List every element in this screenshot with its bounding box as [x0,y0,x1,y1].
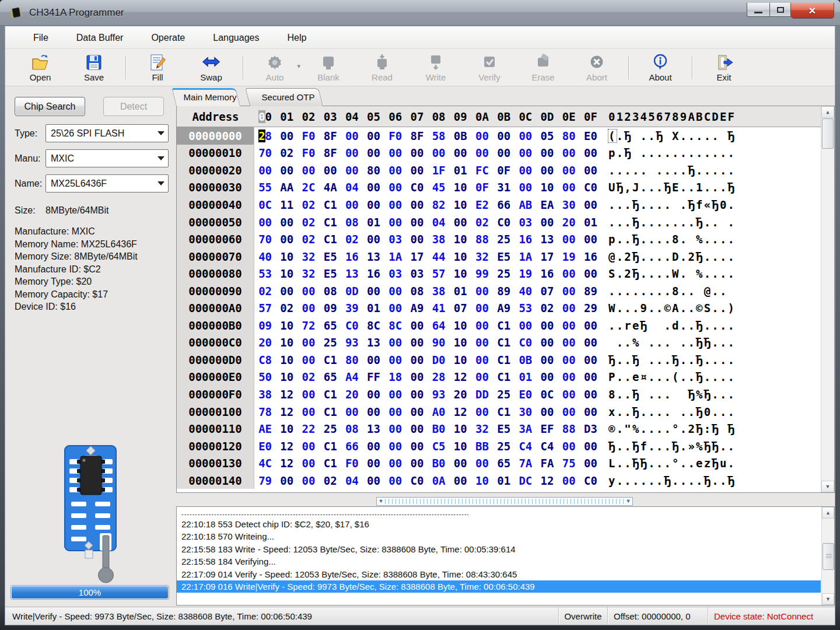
hex-byte[interactable]: 00 [276,164,298,177]
hex-byte[interactable]: 28 [428,370,450,383]
hex-byte[interactable]: 00 [580,164,601,177]
hex-byte[interactable]: 66 [341,440,363,453]
ascii-text[interactable]: ®."%....°.2Ђ:Ђ Ђ [608,422,736,435]
hex-byte[interactable]: 00 [384,216,406,229]
hex-address[interactable]: 00000140 [177,472,254,489]
hex-byte[interactable]: 00 [384,164,406,177]
hex-byte[interactable]: C5 [428,440,450,453]
hex-byte[interactable]: 55 [254,181,276,194]
hex-byte[interactable]: 88 [558,422,580,435]
hex-byte[interactable]: 00 [536,319,558,332]
hex-byte[interactable]: 00 [363,388,384,401]
hex-byte[interactable]: C1 [320,388,341,401]
hex-byte[interactable]: 00 [514,130,536,142]
hex-byte[interactable]: 00 [406,146,428,159]
hex-byte[interactable]: 00 [471,130,493,142]
hex-byte[interactable]: 00 [558,319,580,332]
hex-byte[interactable]: 19 [558,250,580,263]
hex-byte[interactable]: 4C [254,457,276,470]
hex-byte[interactable]: C1 [320,440,341,453]
hex-byte[interactable]: 20 [558,216,580,229]
hex-byte[interactable]: 00 [276,474,298,487]
hex-byte[interactable]: 00 [471,146,493,159]
hex-byte[interactable]: 00 [558,267,580,280]
hex-byte[interactable]: 00 [341,198,363,211]
log-line[interactable]: 22:15:58 184 Verifying... [177,555,821,568]
hex-byte[interactable]: 16 [580,250,601,263]
hex-byte[interactable]: 00 [580,336,601,349]
hex-byte[interactable]: 00 [384,405,406,418]
hex-byte[interactable]: A4 [341,370,363,383]
hex-byte[interactable]: 30 [558,198,580,211]
hex-address[interactable]: 00000040 [177,196,254,214]
hex-byte[interactable]: 16 [363,267,384,280]
hex-byte[interactable]: 00 [384,457,406,470]
hex-byte[interactable]: 50 [254,370,276,383]
hex-byte[interactable]: 78 [254,405,276,418]
hex-byte[interactable]: 00 [558,233,580,246]
hex-byte[interactable]: 00 [471,285,493,298]
ascii-text[interactable]: ...Ђ.... .Ђf«Ђ0. [608,198,736,211]
hex-byte[interactable]: 00 [450,457,471,470]
hex-byte[interactable]: 00 [514,146,536,159]
hex-byte[interactable]: 00 [298,388,319,401]
ascii-text[interactable]: x..Ђ.... ..Ђ0... [608,405,736,418]
hex-byte[interactable]: C0 [514,336,536,349]
hex-byte[interactable]: 17 [536,250,558,263]
hex-byte[interactable]: 00 [298,336,319,349]
log-line[interactable]: 22:17:09 014 Verify - Speed: 12053 Byte/… [177,568,821,580]
hex-byte[interactable]: 00 [580,354,601,366]
log-line[interactable]: 22:15:58 183 Write - Speed: 12053 Byte/S… [177,543,821,555]
hex-byte[interactable]: 00 [471,319,493,332]
hex-byte[interactable]: A9 [493,302,514,314]
hex-byte[interactable]: C1 [493,336,514,349]
toolbar-swap-button[interactable]: Swap [184,51,238,85]
hex-byte[interactable]: E5 [493,422,514,435]
hex-byte[interactable]: 00 [363,130,384,142]
ascii-text[interactable]: ..% ... ..ЂЂ... [608,336,736,349]
hex-byte[interactable]: 02 [254,285,276,298]
hex-byte[interactable]: 09 [320,302,341,314]
hex-byte[interactable]: 8F [320,146,341,159]
hex-byte[interactable]: 00 [276,233,298,246]
toolbar-fill-button[interactable]: Fill [131,51,184,85]
hex-byte[interactable]: 07 [450,302,471,314]
menu-item-operate[interactable]: Operate [137,27,199,48]
hex-byte[interactable]: 10 [276,336,298,349]
hex-address[interactable]: 00000020 [177,162,254,179]
hex-byte[interactable]: 32 [298,250,319,263]
hex-byte[interactable]: 32 [471,250,493,263]
hex-byte[interactable]: C1 [320,233,341,246]
hex-byte[interactable]: 00 [558,388,580,401]
hex-byte[interactable]: 00 [298,474,319,487]
hex-byte[interactable]: C4 [514,440,536,453]
hex-byte[interactable]: 02 [471,216,493,229]
hex-byte[interactable]: 00 [276,130,298,142]
hex-byte[interactable]: 25 [493,267,514,280]
hex-byte[interactable]: 00 [406,440,428,453]
hex-byte[interactable]: 00 [384,354,406,366]
hex-byte[interactable]: 0B [450,130,471,142]
chevron-down-icon[interactable] [154,150,168,167]
hex-byte[interactable]: C1 [493,370,514,383]
hex-byte[interactable]: E5 [493,250,514,263]
hex-byte[interactable]: 80 [341,354,363,366]
hex-byte[interactable]: 70 [254,233,276,246]
hex-byte[interactable]: C1 [320,198,341,211]
hex-byte[interactable]: D3 [580,422,601,435]
hex-byte[interactable]: 00 [536,216,558,229]
hex-byte[interactable]: 00 [363,198,384,211]
hex-byte[interactable]: 00 [384,285,406,298]
hex-byte[interactable]: 01 [580,216,601,229]
hex-byte[interactable]: 65 [493,457,514,470]
hex-byte[interactable]: 0D [341,285,363,298]
hex-byte[interactable]: 00 [384,388,406,401]
slider-track[interactable] [385,499,624,504]
hex-byte[interactable]: 10 [276,250,298,263]
hex-byte[interactable]: 03 [384,233,406,246]
hex-byte[interactable]: 00 [384,422,406,435]
hex-byte[interactable]: 40 [514,285,536,298]
hex-byte[interactable]: C0 [580,474,601,487]
hex-byte[interactable]: 00 [363,354,384,366]
hex-byte[interactable]: 00 [298,457,319,470]
